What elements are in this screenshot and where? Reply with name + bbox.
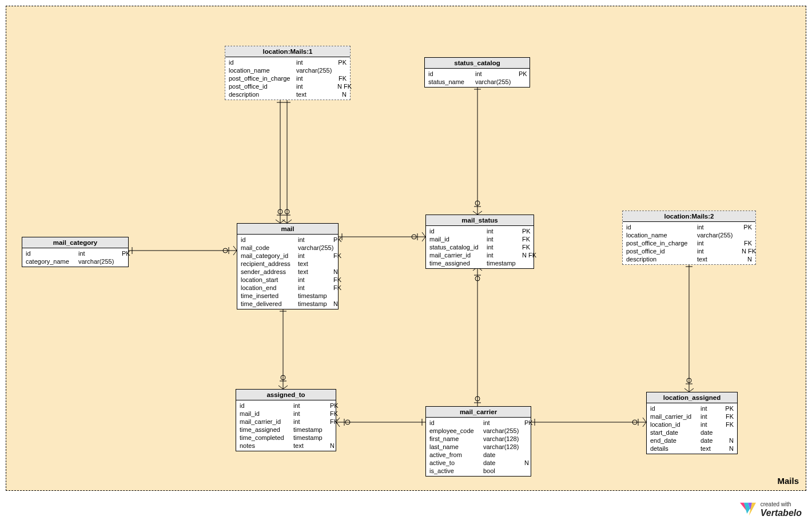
column-row: last_namevarchar(128) [426,443,531,451]
column-row: idintPK [237,236,338,244]
column-row: mail_codevarchar(255) [237,244,338,252]
column-row: idintPK [426,227,534,235]
vertabelo-logo: created with Vertabelo [740,501,802,518]
column-row: recipient_addresstext [237,260,338,268]
vertabelo-icon [740,502,756,517]
column-row: notestextN [236,442,336,450]
column-row: end_datedateN [647,436,737,444]
area-label: Mails [777,476,799,486]
entity-mail-status[interactable]: mail_statusidintPKmail_idintFKstatus_cat… [425,215,534,269]
column-row: idintPK [623,223,755,231]
column-row: idintPK [426,419,531,427]
logo-small-text: created with [761,501,802,508]
column-row: descriptiontextN [623,255,755,263]
column-row: is_activebool [426,467,531,475]
column-row: post_office_in_chargeintFK [225,74,350,82]
entity-title: location:Mails:2 [623,211,755,222]
entity-title: mail_status [426,215,534,226]
column-row: active_todateN [426,459,531,467]
column-row: mail_carrier_idintFK [647,412,737,420]
entity-title: mail_category [22,237,128,248]
column-row: descriptiontextN [225,90,350,98]
entity-title: location_assigned [647,392,737,403]
entity-title: mail_carrier [426,407,531,418]
column-row: employee_codevarchar(255) [426,427,531,435]
entity-assigned-to[interactable]: assigned_toidintPKmail_idintFKmail_carri… [236,389,336,451]
column-row: idintPK [22,249,128,257]
column-row: category_namevarchar(255) [22,257,128,265]
column-row: post_office_in_chargeintFK [623,239,755,247]
column-row: time_deliveredtimestampN [237,300,338,308]
column-row: location_endintFK [237,284,338,292]
diagram-canvas: Mails [0,0,812,524]
entity-title: mail [237,224,338,235]
column-row: active_fromdate [426,451,531,459]
column-row: mail_idintFK [236,410,336,418]
column-row: sender_addresstextN [237,268,338,276]
column-row: mail_carrier_idintN FK [426,251,534,259]
column-row: location_namevarchar(255) [623,231,755,239]
column-row: location_startintFK [237,276,338,284]
entity-location-mails-1[interactable]: location:Mails:1idintPKlocation_namevarc… [225,46,351,100]
column-row: time_assignedtimestamp [236,426,336,434]
entity-mail[interactable]: mailidintPKmail_codevarchar(255)mail_cat… [237,223,339,309]
column-row: time_insertedtimestamp [237,292,338,300]
column-row: time_completedtimestamp [236,434,336,442]
column-row: start_datedate [647,428,737,436]
column-row: idintPK [236,402,336,410]
column-row: location_idintFK [647,420,737,428]
column-row: idintPK [225,58,350,66]
column-row: post_office_idintN FK [225,82,350,90]
column-row: mail_idintFK [426,235,534,243]
column-row: location_namevarchar(255) [225,66,350,74]
column-row: detailstextN [647,444,737,452]
entity-status-catalog[interactable]: status_catalogidintPKstatus_namevarchar(… [424,57,530,88]
column-row: status_catalog_idintFK [426,243,534,251]
entity-title: assigned_to [236,390,336,400]
entity-mail-carrier[interactable]: mail_carrieridintPKemployee_codevarchar(… [425,406,531,477]
column-row: status_namevarchar(255) [425,78,530,86]
column-row: mail_carrier_idintFK [236,418,336,426]
entity-location-mails-2[interactable]: location:Mails:2idintPKlocation_namevarc… [622,211,756,265]
entity-title: location:Mails:1 [225,46,350,57]
column-row: post_office_idintN FK [623,247,755,255]
column-row: mail_category_idintFK [237,252,338,260]
entity-mail-category[interactable]: mail_categoryidintPKcategory_namevarchar… [22,237,129,267]
column-row: time_assignedtimestamp [426,259,534,267]
column-row: first_namevarchar(128) [426,435,531,443]
column-row: idintPK [647,404,737,412]
logo-brand-text: Vertabelo [761,508,802,518]
entity-title: status_catalog [425,58,530,69]
column-row: idintPK [425,70,530,78]
entity-location-assigned[interactable]: location_assignedidintPKmail_carrier_idi… [646,392,738,454]
